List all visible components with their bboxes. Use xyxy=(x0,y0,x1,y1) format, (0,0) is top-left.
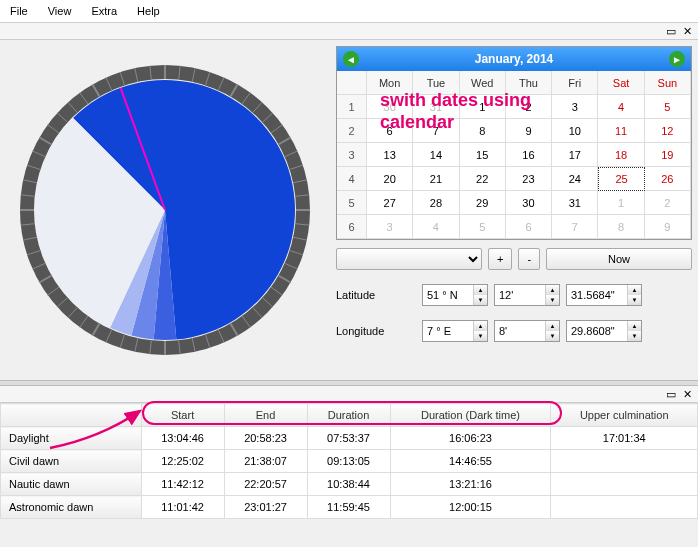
calendar-day[interactable]: 16 xyxy=(506,143,552,167)
dock-bar-top: ▭ ✕ xyxy=(0,23,698,40)
calendar-day[interactable]: 8 xyxy=(460,119,506,143)
longitude-min-input[interactable] xyxy=(495,323,545,339)
table-header[interactable]: End xyxy=(224,404,307,427)
calendar-select[interactable] xyxy=(336,248,482,270)
table-header[interactable] xyxy=(1,404,142,427)
calendar-day[interactable]: 28 xyxy=(413,191,459,215)
calendar-header: ◄ January, 2014 ► xyxy=(337,47,691,71)
calendar-dayhead: Wed xyxy=(460,71,506,95)
spin-up-icon[interactable]: ▲ xyxy=(628,321,641,331)
latitude-sec-input[interactable] xyxy=(567,287,627,303)
calendar-weeknum: 6 xyxy=(337,215,367,239)
calendar-day[interactable]: 4 xyxy=(598,95,644,119)
latitude-min-spinner[interactable]: ▲▼ xyxy=(494,284,560,306)
calendar-day[interactable]: 8 xyxy=(598,215,644,239)
calendar-day[interactable]: 15 xyxy=(460,143,506,167)
calendar-day[interactable]: 6 xyxy=(506,215,552,239)
calendar-day[interactable]: 24 xyxy=(552,167,598,191)
spin-down-icon[interactable]: ▼ xyxy=(546,295,559,305)
calendar-day[interactable]: 18 xyxy=(598,143,644,167)
table-header[interactable]: Duration (Dark time) xyxy=(390,404,551,427)
calendar-day[interactable]: 21 xyxy=(413,167,459,191)
calendar-day[interactable]: 3 xyxy=(552,95,598,119)
table-cell: 10:38:44 xyxy=(307,473,390,496)
calendar-day[interactable]: 26 xyxy=(645,167,691,191)
calendar-day[interactable]: 23 xyxy=(506,167,552,191)
longitude-sec-spinner[interactable]: ▲▼ xyxy=(566,320,642,342)
calendar-day[interactable]: 7 xyxy=(413,119,459,143)
table-cell: 20:58:23 xyxy=(224,427,307,450)
calendar-day[interactable]: 4 xyxy=(413,215,459,239)
table-cell: 11:01:42 xyxy=(141,496,224,519)
calendar-day[interactable]: 3 xyxy=(367,215,413,239)
calendar-day[interactable]: 1 xyxy=(598,191,644,215)
calendar-day[interactable]: 7 xyxy=(552,215,598,239)
calendar-next-icon[interactable]: ► xyxy=(669,51,685,67)
table-cell: 13:21:16 xyxy=(390,473,551,496)
spin-down-icon[interactable]: ▼ xyxy=(628,331,641,341)
calendar-minus-button[interactable]: - xyxy=(518,248,540,270)
table-cell: 11:59:45 xyxy=(307,496,390,519)
calendar-day[interactable]: 9 xyxy=(645,215,691,239)
spin-down-icon[interactable]: ▼ xyxy=(628,295,641,305)
calendar-day[interactable]: 27 xyxy=(367,191,413,215)
longitude-sec-input[interactable] xyxy=(567,323,627,339)
menu-help[interactable]: Help xyxy=(127,2,170,20)
calendar-day[interactable]: 17 xyxy=(552,143,598,167)
calendar-day[interactable]: 30 xyxy=(506,191,552,215)
calendar-day[interactable]: 9 xyxy=(506,119,552,143)
calendar-day[interactable]: 22 xyxy=(460,167,506,191)
table-header[interactable]: Start xyxy=(141,404,224,427)
table-cell: 16:06:23 xyxy=(390,427,551,450)
calendar-day[interactable]: 5 xyxy=(645,95,691,119)
spin-down-icon[interactable]: ▼ xyxy=(474,295,487,305)
calendar-day[interactable]: 6 xyxy=(367,119,413,143)
spin-down-icon[interactable]: ▼ xyxy=(546,331,559,341)
calendar-day[interactable]: 31 xyxy=(552,191,598,215)
dock-maximize-icon[interactable]: ▭ xyxy=(664,388,678,400)
calendar-day[interactable]: 31 xyxy=(413,95,459,119)
spin-up-icon[interactable]: ▲ xyxy=(546,321,559,331)
calendar-day[interactable]: 1 xyxy=(460,95,506,119)
calendar-day[interactable]: 29 xyxy=(460,191,506,215)
spin-up-icon[interactable]: ▲ xyxy=(474,285,487,295)
dock-maximize-icon[interactable]: ▭ xyxy=(664,25,678,37)
calendar-day[interactable]: 12 xyxy=(645,119,691,143)
latitude-deg-input[interactable] xyxy=(423,287,473,303)
calendar-day[interactable]: 13 xyxy=(367,143,413,167)
table-cell: 13:04:46 xyxy=(141,427,224,450)
spin-down-icon[interactable]: ▼ xyxy=(474,331,487,341)
spin-up-icon[interactable]: ▲ xyxy=(474,321,487,331)
longitude-deg-input[interactable] xyxy=(423,323,473,339)
calendar-day[interactable]: 2 xyxy=(645,191,691,215)
calendar-day[interactable]: 11 xyxy=(598,119,644,143)
menu-file[interactable]: File xyxy=(0,2,38,20)
calendar-plus-button[interactable]: + xyxy=(488,248,512,270)
latitude-deg-spinner[interactable]: ▲▼ xyxy=(422,284,488,306)
calendar-day[interactable]: 25 xyxy=(598,167,644,191)
calendar-title[interactable]: January, 2014 xyxy=(475,52,554,66)
calendar-day[interactable]: 5 xyxy=(460,215,506,239)
longitude-deg-spinner[interactable]: ▲▼ xyxy=(422,320,488,342)
calendar-day[interactable]: 19 xyxy=(645,143,691,167)
calendar-day[interactable]: 20 xyxy=(367,167,413,191)
calendar-day[interactable]: 2 xyxy=(506,95,552,119)
calendar-now-button[interactable]: Now xyxy=(546,248,692,270)
table-header[interactable]: Upper culmination xyxy=(551,404,698,427)
latitude-sec-spinner[interactable]: ▲▼ xyxy=(566,284,642,306)
calendar-prev-icon[interactable]: ◄ xyxy=(343,51,359,67)
dock-close-icon[interactable]: ✕ xyxy=(680,388,694,400)
calendar-dayhead: Tue xyxy=(413,71,459,95)
longitude-min-spinner[interactable]: ▲▼ xyxy=(494,320,560,342)
calendar-day[interactable]: 30 xyxy=(367,95,413,119)
calendar-day[interactable]: 10 xyxy=(552,119,598,143)
dock-close-icon[interactable]: ✕ xyxy=(680,25,694,37)
spin-up-icon[interactable]: ▲ xyxy=(628,285,641,295)
table-header[interactable]: Duration xyxy=(307,404,390,427)
calendar-day[interactable]: 14 xyxy=(413,143,459,167)
spin-up-icon[interactable]: ▲ xyxy=(546,285,559,295)
menu-extra[interactable]: Extra xyxy=(81,2,127,20)
menu-view[interactable]: View xyxy=(38,2,82,20)
table-cell: 12:00:15 xyxy=(390,496,551,519)
latitude-min-input[interactable] xyxy=(495,287,545,303)
